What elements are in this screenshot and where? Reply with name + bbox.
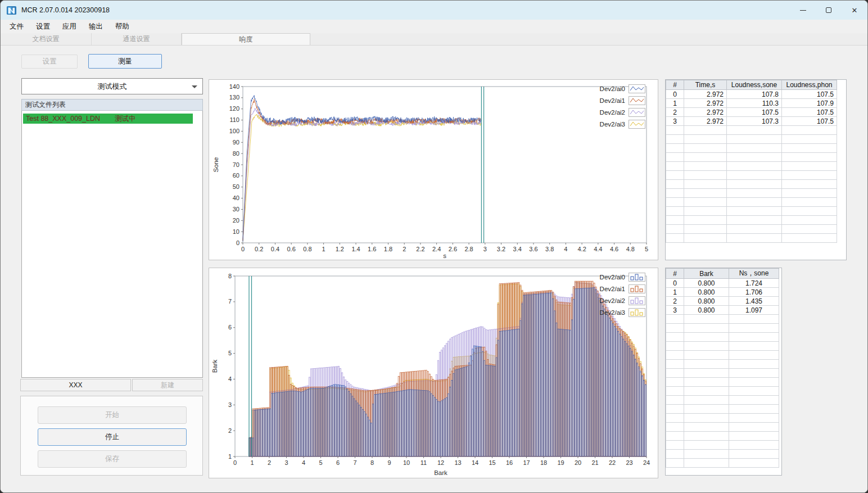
table-cell[interactable] [727, 135, 782, 144]
table-cell[interactable] [782, 198, 837, 207]
table-cell[interactable] [684, 153, 727, 162]
table-cell[interactable] [684, 234, 727, 243]
table-cell[interactable] [684, 342, 729, 351]
table-cell[interactable] [684, 216, 727, 225]
table-cell[interactable] [666, 189, 684, 198]
table-cell[interactable] [729, 378, 779, 387]
table-cell[interactable] [782, 234, 837, 243]
table-cell[interactable] [684, 333, 729, 342]
table-cell[interactable] [666, 423, 684, 432]
table-cell[interactable]: 1.724 [729, 279, 779, 288]
table-cell[interactable] [684, 144, 727, 153]
list-item-test-file[interactable]: Test 88_XXX_009_LDN 测试中 [23, 114, 193, 124]
minimize-button[interactable] [790, 1, 816, 20]
menu-output[interactable]: 输出 [83, 21, 109, 33]
table-cell[interactable] [684, 378, 729, 387]
table-cell[interactable] [666, 441, 684, 450]
table-cell[interactable]: 1.097 [729, 306, 779, 315]
table-cell[interactable]: 107.5 [782, 117, 837, 126]
subtab-measure[interactable]: 测量 [88, 54, 162, 69]
test-mode-select[interactable]: 测试模式 [21, 78, 203, 94]
table-cell[interactable] [727, 180, 782, 189]
table-cell[interactable]: 1.435 [729, 297, 779, 306]
test-file-list[interactable]: Test 88_XXX_009_LDN 测试中 [21, 111, 203, 378]
menu-settings[interactable]: 设置 [30, 21, 56, 33]
table-cell[interactable] [729, 369, 779, 378]
table-cell[interactable] [666, 162, 684, 171]
table-cell[interactable]: 2.972 [684, 108, 727, 117]
table-cell[interactable]: 1 [666, 288, 684, 297]
table-cell[interactable] [729, 387, 779, 396]
table-cell[interactable] [684, 315, 729, 324]
table-cell[interactable] [782, 189, 837, 198]
table-cell[interactable] [666, 234, 684, 243]
table-cell[interactable] [684, 162, 727, 171]
close-button[interactable]: ✕ [842, 1, 867, 20]
table-cell[interactable] [729, 405, 779, 414]
table-cell[interactable] [782, 180, 837, 189]
bark-spectrum-chart[interactable]: 1234567801234567891011121314151617181920… [209, 268, 659, 479]
table-cell[interactable] [666, 225, 684, 234]
table-cell[interactable] [729, 423, 779, 432]
table-cell[interactable] [666, 360, 684, 369]
new-button[interactable]: 新建 [132, 379, 203, 391]
table-cell[interactable] [666, 378, 684, 387]
table-cell[interactable]: 2 [666, 108, 684, 117]
table-cell[interactable]: 107.5 [727, 108, 782, 117]
table-cell[interactable] [666, 315, 684, 324]
table-cell[interactable]: 0.800 [684, 297, 729, 306]
menu-help[interactable]: 帮助 [109, 21, 135, 33]
table-cell[interactable] [666, 333, 684, 342]
table-cell[interactable] [782, 225, 837, 234]
table-cell[interactable] [666, 459, 684, 468]
table-cell[interactable] [684, 423, 729, 432]
tab-document-settings[interactable]: 文档设置 [1, 33, 92, 45]
table-cell[interactable] [666, 126, 684, 135]
table-cell[interactable] [782, 135, 837, 144]
tab-loudness[interactable]: 响度 [182, 33, 310, 45]
table-cell[interactable] [684, 198, 727, 207]
loudness-time-chart[interactable]: 010203040506070809010011012013014000.20.… [209, 80, 659, 261]
table-cell[interactable]: 0 [666, 279, 684, 288]
table-cell[interactable] [729, 414, 779, 423]
table-cell[interactable] [782, 216, 837, 225]
table-cell[interactable]: 0.800 [684, 279, 729, 288]
table-cell[interactable] [727, 144, 782, 153]
table-cell[interactable]: 107.8 [727, 90, 782, 99]
table-cell[interactable] [727, 207, 782, 216]
table-cell[interactable] [782, 153, 837, 162]
table-cell[interactable] [666, 135, 684, 144]
table-cell[interactable] [666, 342, 684, 351]
table-cell[interactable] [729, 342, 779, 351]
table-cell[interactable] [666, 216, 684, 225]
table-cell[interactable] [727, 216, 782, 225]
table-cell[interactable] [666, 396, 684, 405]
table-cell[interactable] [729, 450, 779, 459]
table-cell[interactable] [684, 459, 729, 468]
table-cell[interactable]: 107.9 [782, 99, 837, 108]
table-cell[interactable] [684, 405, 729, 414]
table-cell[interactable] [684, 441, 729, 450]
table-cell[interactable] [684, 414, 729, 423]
table-cell[interactable] [684, 369, 729, 378]
table-cell[interactable] [782, 162, 837, 171]
table-cell[interactable]: 107.5 [782, 90, 837, 99]
table-cell[interactable] [729, 441, 779, 450]
subtab-settings[interactable]: 设置 [21, 55, 78, 69]
table-cell[interactable] [684, 171, 727, 180]
table-cell[interactable] [684, 180, 727, 189]
table-cell[interactable] [684, 351, 729, 360]
table-cell[interactable] [727, 225, 782, 234]
table-cell[interactable] [729, 459, 779, 468]
table-cell[interactable] [684, 324, 729, 333]
start-button[interactable]: 开始 [38, 406, 187, 424]
table-cell[interactable] [727, 171, 782, 180]
table-cell[interactable] [729, 396, 779, 405]
table-cell[interactable] [727, 126, 782, 135]
table-cell[interactable] [684, 135, 727, 144]
table-cell[interactable] [666, 432, 684, 441]
table-cell[interactable] [666, 171, 684, 180]
menu-file[interactable]: 文件 [3, 21, 30, 33]
table-cell[interactable] [729, 351, 779, 360]
table-cell[interactable]: 2.972 [684, 90, 727, 99]
